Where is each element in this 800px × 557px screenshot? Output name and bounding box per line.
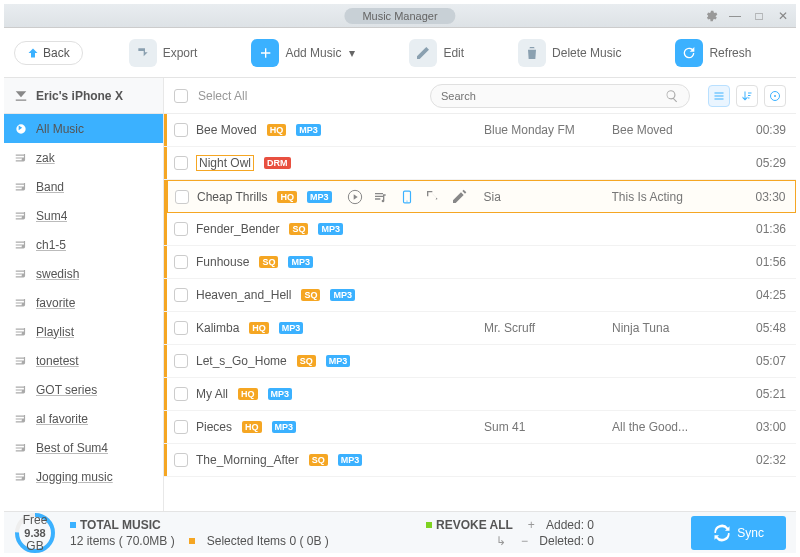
row-checkbox[interactable] <box>174 354 188 368</box>
delete-icon <box>518 39 546 67</box>
maximize-icon[interactable]: □ <box>752 9 766 23</box>
quality-badge: HQ <box>277 191 297 203</box>
table-row[interactable]: KalimbaHQMP3Mr. ScruffNinja Tuna05:48 <box>164 312 796 345</box>
device-icon[interactable] <box>398 188 416 206</box>
track-album: This Is Acting <box>612 190 732 204</box>
sidebar: Eric's iPhone X All MusiczakBandSum4ch1-… <box>4 78 164 511</box>
edit-button[interactable]: Edit <box>401 35 472 71</box>
list-header: Select All <box>164 78 796 114</box>
sync-button[interactable]: Sync <box>691 516 786 550</box>
sidebar-item-tonetest[interactable]: tonetest <box>4 346 163 375</box>
sidebar-item-favorite[interactable]: favorite <box>4 288 163 317</box>
sidebar-item-best-of-sum4[interactable]: Best of Sum4 <box>4 433 163 462</box>
add-music-icon <box>251 39 279 67</box>
add-music-button[interactable]: Add Music ▾ <box>243 35 363 71</box>
device-header[interactable]: Eric's iPhone X <box>4 78 163 114</box>
row-checkbox[interactable] <box>174 321 188 335</box>
table-row[interactable]: Heaven_and_HellSQMP304:25 <box>164 279 796 312</box>
track-duration: 05:21 <box>740 387 786 401</box>
search-icon <box>665 89 679 103</box>
playlist-add-icon[interactable] <box>372 188 390 206</box>
edit-row-icon[interactable] <box>450 188 468 206</box>
minimize-icon[interactable]: — <box>728 9 742 23</box>
table-row[interactable]: Let_s_Go_HomeSQMP305:07 <box>164 345 796 378</box>
sidebar-item-swedish[interactable]: swedish <box>4 259 163 288</box>
track-duration: 03:30 <box>740 190 786 204</box>
track-name: Heaven_and_Hell <box>196 288 291 302</box>
format-badge: MP3 <box>279 322 304 334</box>
sidebar-item-ch1-5[interactable]: ch1-5 <box>4 230 163 259</box>
sidebar-item-jogging-music[interactable]: Jogging music <box>4 462 163 491</box>
track-name: My All <box>196 387 228 401</box>
sidebar-item-zak[interactable]: zak <box>4 143 163 172</box>
row-checkbox[interactable] <box>174 453 188 467</box>
sidebar-item-all-music[interactable]: All Music <box>4 114 163 143</box>
view-list-icon[interactable] <box>708 85 730 107</box>
quality-badge: HQ <box>242 421 262 433</box>
quality-badge: SQ <box>259 256 278 268</box>
quality-badge: HQ <box>238 388 258 400</box>
track-duration: 05:07 <box>740 354 786 368</box>
sidebar-item-band[interactable]: Band <box>4 172 163 201</box>
storage-gauge: Free9.38GB <box>14 512 56 554</box>
play-icon[interactable] <box>346 188 364 206</box>
sidebar-item-playlist[interactable]: Playlist <box>4 317 163 346</box>
delete-music-button[interactable]: Delete Music <box>510 35 629 71</box>
edit-icon <box>409 39 437 67</box>
table-row[interactable]: Fender_BenderSQMP301:36 <box>164 213 796 246</box>
close-icon[interactable]: ✕ <box>776 9 790 23</box>
select-all-checkbox[interactable] <box>174 89 188 103</box>
main-panel: Select All Bee MovedHQMP3Blue Monday FMB… <box>164 78 796 511</box>
drm-badge: DRM <box>264 157 291 169</box>
quality-badge: SQ <box>297 355 316 367</box>
export-button[interactable]: Export <box>121 35 206 71</box>
track-duration: 02:32 <box>740 453 786 467</box>
track-artist: Mr. Scruff <box>484 321 604 335</box>
track-name: Fender_Bender <box>196 222 279 236</box>
table-row[interactable]: PiecesHQMP3Sum 41All the Good...03:00 <box>164 411 796 444</box>
table-row[interactable]: The_Morning_AfterSQMP302:32 <box>164 444 796 477</box>
quality-badge: SQ <box>301 289 320 301</box>
view-disc-icon[interactable] <box>764 85 786 107</box>
table-row[interactable]: Night OwlDRM05:29 <box>164 147 796 180</box>
view-sort-icon[interactable] <box>736 85 758 107</box>
row-checkbox[interactable] <box>174 420 188 434</box>
search-field[interactable] <box>441 90 665 102</box>
select-all-label: Select All <box>198 89 247 103</box>
track-duration: 01:56 <box>740 255 786 269</box>
track-name: Funhouse <box>196 255 249 269</box>
row-checkbox[interactable] <box>175 190 189 204</box>
row-checkbox[interactable] <box>174 123 188 137</box>
row-checkbox[interactable] <box>174 387 188 401</box>
dot-icon <box>70 522 76 528</box>
row-checkbox[interactable] <box>174 255 188 269</box>
format-badge: MP3 <box>272 421 297 433</box>
row-checkbox[interactable] <box>174 156 188 170</box>
row-checkbox[interactable] <box>174 288 188 302</box>
refresh-button[interactable]: Refresh <box>667 35 759 71</box>
settings-icon[interactable] <box>704 9 718 23</box>
format-badge: MP3 <box>318 223 343 235</box>
track-duration: 04:25 <box>740 288 786 302</box>
quality-badge: SQ <box>309 454 328 466</box>
sidebar-item-got-series[interactable]: GOT series <box>4 375 163 404</box>
track-album: All the Good... <box>612 420 732 434</box>
sidebar-item-sum4[interactable]: Sum4 <box>4 201 163 230</box>
format-badge: MP3 <box>326 355 351 367</box>
format-badge: MP3 <box>288 256 313 268</box>
export-icon <box>129 39 157 67</box>
table-row[interactable]: FunhouseSQMP301:56 <box>164 246 796 279</box>
table-row[interactable]: Bee MovedHQMP3Blue Monday FMBee Moved00:… <box>164 114 796 147</box>
row-checkbox[interactable] <box>174 222 188 236</box>
track-name: Bee Moved <box>196 123 257 137</box>
format-badge: MP3 <box>338 454 363 466</box>
sidebar-item-al-favorite[interactable]: al favorite <box>4 404 163 433</box>
back-button[interactable]: Back <box>14 41 83 65</box>
import-icon[interactable] <box>424 188 442 206</box>
table-row[interactable]: My AllHQMP305:21 <box>164 378 796 411</box>
track-artist: Sia <box>484 190 604 204</box>
search-input[interactable] <box>430 84 690 108</box>
track-duration: 00:39 <box>740 123 786 137</box>
table-row[interactable]: Cheap ThrillsHQMP3SiaThis Is Acting03:30 <box>164 180 796 213</box>
track-album: Ninja Tuna <box>612 321 732 335</box>
